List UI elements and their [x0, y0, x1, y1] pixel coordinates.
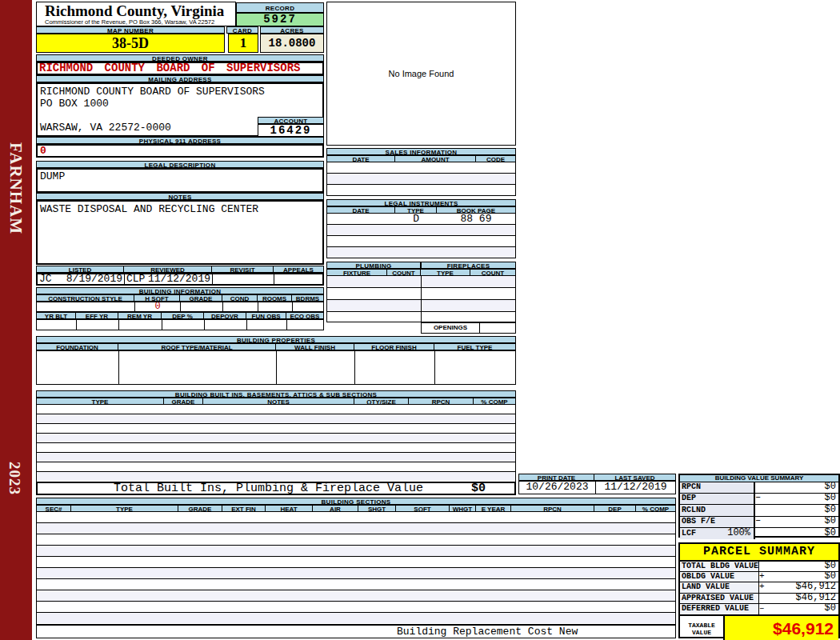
rem-yr-value: [118, 320, 162, 330]
fuel-type-value: [434, 351, 515, 384]
bs-eyear-header: E YEAR: [476, 505, 511, 512]
eco-obs-header: ECO OBS: [286, 312, 324, 319]
reviewed-by: CLP: [126, 274, 145, 284]
ps-row-op: +: [759, 572, 769, 582]
depovr-value: [204, 320, 246, 330]
legal-description-value: DUMP: [36, 168, 324, 193]
empty-row: [37, 613, 675, 623]
foundation-header: FOUNDATION: [36, 343, 118, 350]
empty-row: [37, 534, 675, 546]
building-info-value-row2: [36, 319, 324, 330]
bs-sec-header: SEC#: [36, 505, 71, 512]
bvs-row-value: $0: [766, 494, 838, 504]
fun-obs-header: FUN OBS: [246, 312, 286, 319]
listed-header: LISTED: [36, 266, 124, 273]
building-sections-empty-rows: [36, 512, 676, 625]
appeals-header: APPEALS: [274, 266, 324, 273]
empty-row: [37, 424, 515, 434]
built-ins-empty-rows: [36, 405, 516, 482]
empty-row: [327, 247, 515, 258]
empty-row: [37, 462, 515, 472]
district-label: FARNHAM: [6, 142, 26, 234]
acres-label: ACRES: [260, 26, 324, 34]
last-saved-header: LAST SAVED: [594, 474, 676, 481]
empty-row: [37, 512, 675, 523]
empty-row: [37, 414, 515, 424]
no-image-text: No Image Found: [389, 69, 454, 78]
empty-row: [37, 590, 675, 602]
wall-finish-header: WALL FINISH: [276, 343, 354, 350]
bdrms-header: BDRMS: [292, 294, 324, 302]
bvs-row-value: $0: [766, 528, 838, 539]
openings-value: [480, 322, 516, 334]
dep-pct-header: DEP %: [162, 312, 204, 319]
bvs-row: DEP – $0: [680, 494, 838, 505]
review-value-row: JC 8/19/2019 CLP 11/12/2019: [36, 273, 324, 286]
bs-shgt-header: SHGT: [358, 505, 396, 512]
empty-row: [37, 453, 515, 462]
empty-row: [37, 602, 675, 613]
roof-type-header: ROOF TYPE/MATERIAL: [118, 343, 276, 350]
revisit-value: [212, 274, 274, 284]
fireplace-type-header: TYPE: [421, 269, 470, 276]
ps-row-op: [759, 562, 769, 571]
bs-sqft-header: SQFT: [396, 505, 450, 512]
building-properties-header-row: FOUNDATION ROOF TYPE/MATERIAL WALL FINIS…: [36, 343, 516, 350]
county-subtitle: Commissioner of the Revenue, PO Box 366,…: [45, 19, 235, 26]
floor-finish-value: [354, 351, 434, 384]
physical-911-label: PHYSICAL 911 ADDRESS: [36, 137, 324, 144]
property-record-card: FARNHAM 2023 Richmond County, Virginia C…: [0, 0, 840, 640]
bs-type-header: TYPE: [71, 505, 178, 512]
grade-header: GRADE: [180, 294, 222, 302]
empty-row: [37, 434, 515, 443]
plumbing-fireplaces-rows: [326, 276, 516, 322]
plumbing-title: PLUMBING: [326, 262, 421, 269]
bi-grade-header: GRADE: [164, 398, 203, 405]
empty-row: [37, 443, 515, 453]
eff-yr-header: EFF YR: [76, 312, 118, 319]
bvs-lcf-pct: 100%: [727, 528, 754, 539]
bvs-row-op: –: [755, 494, 766, 504]
h-sqft-value: 0: [134, 302, 180, 311]
bs-extfin-header: EXT FIN: [222, 505, 266, 512]
built-ins-title: BUILDING BUILT INS, BASEMENTS, ATTICS & …: [36, 390, 516, 398]
empty-row: [327, 174, 515, 185]
account-value: 16429: [258, 124, 324, 137]
fuel-type-header: FUEL TYPE: [434, 343, 516, 350]
bvs-row-label: OBS F/E: [680, 517, 755, 527]
empty-row: [37, 405, 515, 414]
wall-finish-value: [276, 351, 354, 384]
bs-whgt-header: WHGT: [450, 505, 476, 512]
sales-information-title: SALES INFORMATION: [326, 148, 516, 155]
bvs-row-value: $0: [766, 505, 838, 516]
mailing-line: RICHMOND COUNTY BOARD OF SUPERVISORS: [40, 86, 322, 98]
rooms-header: ROOMS: [258, 294, 292, 302]
bs-heat-header: HEAT: [266, 505, 313, 512]
property-photo-placeholder: No Image Found: [326, 2, 516, 146]
sales-header-row: DATE AMOUNT CODE: [326, 155, 516, 162]
li-date-header: DATE: [326, 206, 395, 214]
empty-row: [327, 236, 515, 247]
sales-code-header: CODE: [476, 155, 516, 162]
ps-row-label: OBLDG VALUE: [680, 572, 759, 582]
grade-value: [180, 302, 222, 311]
depovr-header: DEPOVR: [204, 312, 246, 319]
plumbing-count-header: COUNT: [387, 269, 421, 276]
print-date-value: 10/26/2023: [519, 482, 595, 494]
eco-obs-value: [286, 320, 323, 330]
bi-comp-header: % COMP: [474, 398, 516, 405]
bvs-row-op: [755, 528, 766, 539]
sales-date-header: DATE: [326, 155, 395, 162]
built-ins-total-row: Total Built Ins, Plumbing & Fireplace Va…: [36, 482, 516, 495]
mailing-address-label: MAILING ADDRESS: [36, 75, 324, 82]
building-information-title: BUILDING INFORMATION: [36, 287, 324, 294]
record-label: RECORD: [236, 2, 324, 13]
parcel-summary-title: PARCEL SUMMARY: [680, 544, 838, 562]
tax-year-label: 2023: [6, 462, 23, 495]
reviewed-date: 11/12/2019: [148, 274, 210, 284]
taxable-value-label: TAXABLE VALUE: [680, 616, 725, 640]
empty-row: [37, 546, 675, 557]
bvs-row: OBS F/E – $0: [680, 517, 838, 528]
building-properties-value-row: [36, 350, 516, 385]
print-info-header-row: PRINT DATE LAST SAVED: [518, 474, 676, 481]
